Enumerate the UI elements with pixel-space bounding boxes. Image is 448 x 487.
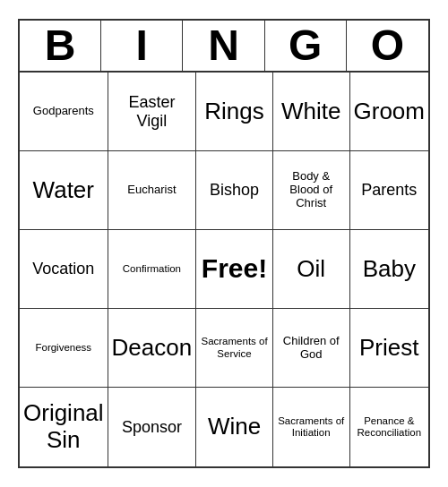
cell-10: Vocation — [20, 230, 108, 309]
cell-12: Free! — [196, 230, 273, 309]
cell-15: Forgiveness — [20, 309, 108, 388]
cell-text-22: Wine — [208, 414, 261, 440]
cell-0: Godparents — [20, 73, 108, 151]
cell-3: White — [273, 73, 350, 151]
cell-6: Eucharist — [108, 151, 197, 230]
header-letter-n: N — [183, 21, 264, 71]
cell-text-16: Deacon — [112, 335, 193, 362]
cell-text-8: Body & Blood of Christ — [277, 170, 346, 210]
cell-text-20: Original Sin — [23, 400, 104, 454]
cell-21: Sponsor — [108, 388, 197, 466]
cell-14: Baby — [350, 230, 428, 309]
cell-text-24: Penance & Reconciliation — [354, 415, 425, 439]
cell-17: Sacraments of Service — [196, 309, 273, 388]
bingo-header: BINGO — [20, 21, 428, 73]
cell-text-3: White — [281, 98, 340, 125]
cell-text-5: Water — [33, 177, 94, 204]
cell-text-0: Godparents — [33, 105, 94, 118]
cell-24: Penance & Reconciliation — [350, 388, 428, 466]
cell-text-10: Vocation — [32, 260, 94, 278]
cell-text-18: Children of God — [277, 335, 346, 362]
cell-text-19: Priest — [359, 335, 418, 362]
cell-22: Wine — [196, 388, 273, 466]
cell-16: Deacon — [108, 309, 197, 388]
cell-4: Groom — [350, 73, 428, 151]
cell-text-17: Sacraments of Service — [200, 336, 269, 359]
cell-text-14: Baby — [363, 256, 416, 283]
cell-9: Parents — [350, 151, 428, 230]
cell-text-12: Free! — [202, 253, 267, 285]
cell-20: Original Sin — [20, 388, 108, 466]
cell-text-4: Groom — [354, 98, 425, 125]
cell-text-11: Confirmation — [123, 263, 181, 275]
header-letter-i: I — [101, 21, 183, 71]
cell-18: Children of God — [273, 309, 350, 388]
header-letter-o: O — [347, 21, 428, 71]
cell-13: Oil — [273, 230, 350, 309]
cell-1: Easter Vigil — [108, 73, 197, 151]
cell-2: Rings — [196, 73, 273, 151]
cell-text-2: Rings — [204, 98, 263, 125]
bingo-grid: GodparentsEaster VigilRingsWhiteGroomWat… — [20, 73, 428, 466]
header-letter-g: G — [265, 21, 347, 71]
cell-text-7: Bishop — [210, 181, 259, 200]
bingo-card: BINGO GodparentsEaster VigilRingsWhiteGr… — [18, 19, 430, 468]
header-letter-b: B — [20, 21, 101, 71]
cell-text-1: Easter Vigil — [112, 93, 193, 130]
cell-19: Priest — [350, 309, 428, 388]
cell-23: Sacraments of Initiation — [273, 388, 350, 466]
cell-text-23: Sacraments of Initiation — [277, 415, 346, 439]
cell-text-9: Parents — [361, 181, 417, 200]
cell-5: Water — [20, 151, 108, 230]
cell-text-6: Eucharist — [127, 184, 176, 197]
cell-text-15: Forgiveness — [35, 342, 91, 354]
cell-7: Bishop — [196, 151, 273, 230]
cell-11: Confirmation — [108, 230, 197, 309]
cell-8: Body & Blood of Christ — [273, 151, 350, 230]
cell-text-13: Oil — [297, 256, 325, 283]
cell-text-21: Sponsor — [122, 418, 182, 437]
